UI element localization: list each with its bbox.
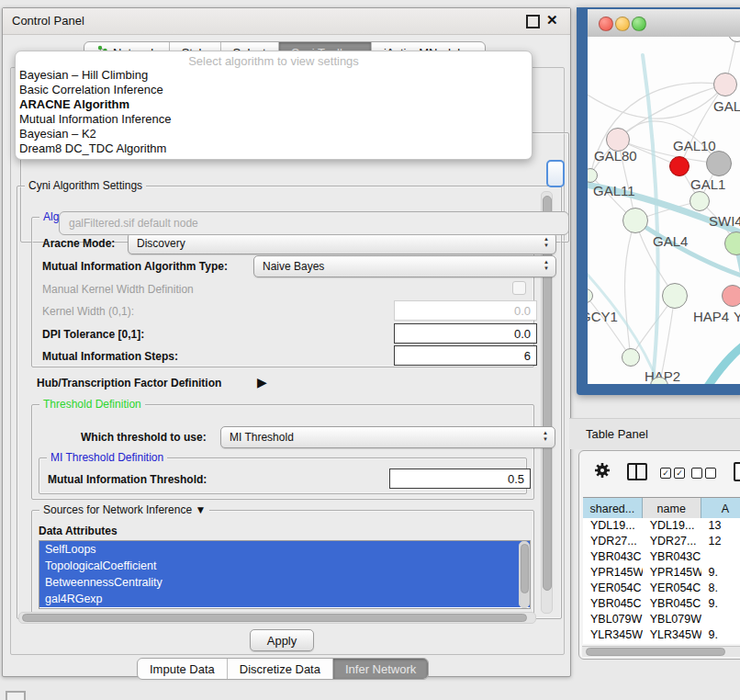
settings-horizontal-scrollbar[interactable]	[18, 612, 536, 624]
which-threshold-combobox[interactable]: MI Threshold ▲▼	[220, 426, 555, 448]
mi-threshold-field[interactable]: 0.5	[389, 469, 531, 489]
column-header-a[interactable]: A	[701, 498, 740, 519]
new-table-icon[interactable]	[734, 462, 740, 481]
node-label: GAL11	[593, 183, 635, 198]
sources-group-title: Sources for Network Inference ▼	[39, 503, 209, 516]
bottom-tab-discretize-data[interactable]: Discretize Data	[228, 659, 333, 679]
settings-group-title: Cyni Algorithm Settings	[25, 179, 146, 192]
column-header-shared[interactable]: shared...	[583, 498, 643, 519]
algorithm-option[interactable]: Dream8 DC_TDC Algorithm	[16, 141, 532, 156]
select-all-checkboxes-icon[interactable]: ✓✓	[660, 466, 685, 479]
network-window-titlebar[interactable]	[588, 9, 740, 38]
network-node-gal10[interactable]	[669, 156, 690, 176]
algorithm-combobox-fragment[interactable]	[546, 160, 565, 187]
data-attribute-item[interactable]: TopologicalCoefficient	[39, 558, 530, 574]
bottom-tab-infer-network[interactable]: Infer Network	[333, 659, 428, 679]
data-attribute-item[interactable]: gal4RGexp	[39, 591, 530, 607]
table-header: shared...nameA	[583, 497, 740, 520]
clear-all-checkboxes-icon[interactable]	[691, 466, 716, 479]
threshold-definition-title: Threshold Definition	[39, 398, 145, 411]
node-label: GAL	[713, 98, 740, 114]
attributes-vscroll-thumb[interactable]	[521, 544, 529, 593]
algorithm-option[interactable]: Basic Correlation Inference	[16, 83, 532, 97]
attributes-list-scrollbar[interactable]	[519, 541, 530, 608]
network-node-gal[interactable]	[713, 73, 737, 96]
network-node-gal1[interactable]	[690, 191, 710, 211]
data-attribute-item[interactable]: BetweennessCentrality	[39, 574, 530, 591]
algorithm-option[interactable]: ARACNE Algorithm	[16, 97, 532, 112]
network-node-hap4[interactable]	[662, 283, 688, 309]
aracne-mode-combobox[interactable]: Discovery ▲▼	[128, 232, 556, 254]
float-window-icon[interactable]	[526, 15, 540, 28]
table-row[interactable]: YBL079WYBL079W	[583, 612, 740, 627]
mi-algorithm-type-combobox[interactable]: Naive Bayes ▲▼	[253, 255, 556, 277]
table-cell: YBR045C	[583, 596, 643, 612]
node-label: HAP4	[693, 309, 729, 324]
kernel-width-field[interactable]: 0.0	[394, 300, 537, 321]
settings-vertical-scrollbar[interactable]	[541, 191, 553, 614]
table-cell: YDL19...	[583, 518, 643, 534]
table-row[interactable]: YBR045CYBR045C9.	[583, 596, 740, 612]
table-row[interactable]: YDL19...YDL19...13	[583, 518, 740, 534]
gear-icon[interactable]	[594, 462, 611, 481]
bottom-tab-impute-data[interactable]: Impute Data	[138, 659, 228, 679]
manual-kernel-label: Manual Kernel Width Definition	[42, 283, 194, 296]
network-view-window: GALGAL80GAL10GAL11GAL1GAL4SWI4GCY1HAP4YH…	[577, 7, 740, 395]
algorithm-option[interactable]: Bayesian – K2	[16, 127, 532, 141]
table-row[interactable]: YDR27...YDR27...12	[583, 534, 740, 549]
which-threshold-label: Which threshold to use:	[81, 431, 207, 444]
node-label: GAL80	[594, 148, 637, 164]
table-row[interactable]: YPR145WYPR145W9.	[583, 565, 740, 581]
network-table-combobox[interactable]: galFiltered.sif default node	[59, 211, 569, 235]
data-attribute-item[interactable]: SelfLoops	[39, 541, 530, 558]
network-node[interactable]	[706, 151, 732, 176]
table-cell: YDR27...	[643, 534, 701, 549]
desktop: { "window": { "title": "Control Panel" }…	[0, 0, 740, 700]
split-columns-icon[interactable]	[627, 463, 647, 480]
expanded-arrow-icon[interactable]: ▼	[195, 503, 206, 516]
algorithm-option[interactable]: Bayesian – Hill Climbing	[16, 68, 532, 83]
close-icon[interactable]: ✕	[546, 12, 558, 28]
network-canvas[interactable]: GALGAL80GAL10GAL11GAL1GAL4SWI4GCY1HAP4YH…	[588, 37, 740, 384]
algorithm-placeholder: Select algorithm to view settings	[16, 54, 532, 68]
table-cell: 9.	[701, 596, 740, 612]
algorithm-options-list: Bayesian – Hill ClimbingBasic Correlatio…	[16, 68, 532, 156]
table-row[interactable]: YER054CYER054C8.	[583, 581, 740, 596]
collapsed-panel-icon[interactable]	[6, 691, 26, 700]
table-cell: 9.	[701, 565, 740, 581]
manual-kernel-checkbox[interactable]	[512, 281, 526, 295]
node-label: GCY1	[588, 309, 618, 324]
close-traffic-light-icon[interactable]	[599, 17, 613, 31]
dpi-tolerance-field[interactable]: 0.0	[394, 323, 537, 344]
table-cell	[701, 549, 740, 565]
minimize-traffic-light-icon[interactable]	[615, 17, 630, 31]
apply-button[interactable]: Apply	[250, 629, 314, 651]
collapsed-arrow-icon[interactable]: ▶	[257, 375, 267, 390]
table-cell: YBR043C	[643, 549, 701, 565]
column-header-name[interactable]: name	[643, 498, 701, 519]
table-row[interactable]: YBR043CYBR043C	[583, 549, 740, 565]
table-horizontal-scrollbar[interactable]	[582, 646, 740, 657]
zoom-traffic-light-icon[interactable]	[632, 17, 646, 31]
table-cell: YBR045C	[643, 596, 701, 612]
table-row[interactable]: YLR345WYLR345W9.	[583, 627, 740, 643]
algorithm-option[interactable]: Mutual Information Inference	[16, 112, 532, 127]
table-cell: 12	[701, 534, 740, 549]
table-row[interactable]: YIL052CYIL052C9.	[583, 643, 740, 644]
table-cell: YPR145W	[643, 565, 701, 581]
network-node-hap2[interactable]	[622, 348, 640, 367]
table-cell: YDR27...	[583, 534, 643, 549]
control-panel-titlebar[interactable]: Control Panel ✕	[3, 8, 570, 35]
network-node-y[interactable]	[722, 285, 740, 307]
bottom-tabbar: Impute DataDiscretize DataInfer Network	[137, 658, 429, 680]
mi-steps-label: Mutual Information Steps:	[42, 350, 178, 363]
table-hscroll-thumb[interactable]	[586, 648, 725, 656]
mi-steps-field[interactable]: 6	[394, 345, 537, 366]
data-attributes-list[interactable]: SelfLoopsTopologicalCoefficientBetweenne…	[39, 540, 531, 609]
data-attributes-label: Data Attributes	[39, 525, 118, 537]
network-node-gal4[interactable]	[622, 208, 648, 233]
table-cell: 9.	[701, 643, 740, 644]
table-cell: YIL052C	[583, 643, 643, 644]
settings-hscroll-thumb[interactable]	[22, 614, 527, 622]
mi-algorithm-type-label: Mutual Information Algorithm Type:	[42, 260, 228, 273]
